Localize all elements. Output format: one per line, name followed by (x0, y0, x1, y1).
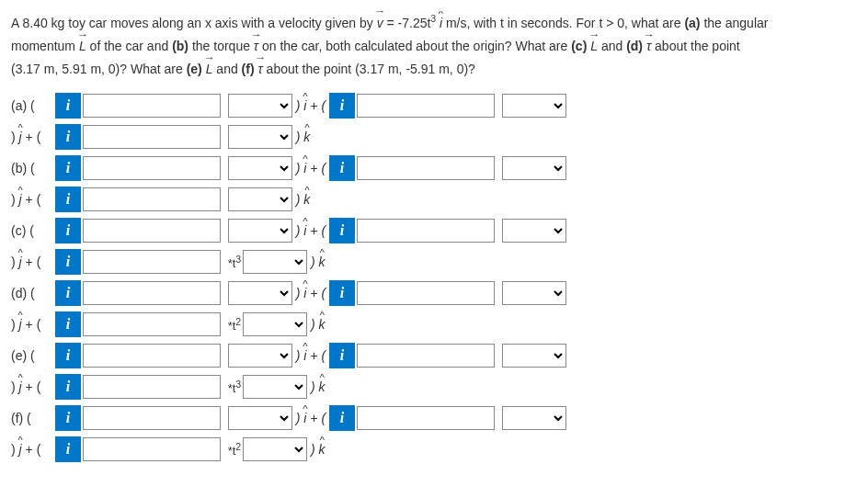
select-d-j-unit-2[interactable] (502, 281, 566, 305)
info-icon[interactable]: i (329, 405, 355, 431)
select-f-k-unit[interactable] (243, 437, 307, 461)
info-icon[interactable]: i (55, 155, 81, 181)
vector-tau3: τ (257, 58, 262, 81)
k-hat-label: ) k (311, 442, 326, 457)
t-power-prefix: *t3 (228, 379, 241, 395)
select-e-k-unit[interactable] (243, 375, 307, 399)
info-icon[interactable]: i (55, 343, 81, 368)
select-a-k-unit[interactable] (228, 125, 292, 149)
input-e-k-coef[interactable] (83, 375, 221, 399)
info-icon[interactable]: i (329, 93, 355, 119)
select-b-i-unit[interactable] (228, 156, 292, 180)
input-d-i-coef[interactable] (83, 281, 221, 305)
answer-row-b-2: ) j + (i ) k (11, 186, 857, 213)
answer-row-c-2: ) j + (i *t3 ) k (11, 248, 857, 276)
info-icon[interactable]: i (329, 343, 355, 368)
vector-v: v (377, 12, 383, 35)
i-hat-label: ) i + ( (296, 411, 326, 425)
info-icon[interactable]: i (55, 249, 81, 275)
input-b-i-coef[interactable] (83, 156, 221, 180)
input-f-j-coef-2[interactable] (357, 406, 495, 430)
answer-row-a-2: ) j + (i ) k (11, 123, 857, 151)
select-b-j-unit-2[interactable] (502, 156, 566, 180)
info-icon[interactable]: i (329, 155, 355, 181)
answer-row-a-1: (a) (i ) i + ( i (11, 92, 857, 119)
input-c-k-coef[interactable] (83, 250, 221, 274)
info-icon[interactable]: i (55, 280, 81, 306)
select-a-j-unit-2[interactable] (502, 94, 566, 118)
select-d-k-unit[interactable] (243, 312, 307, 336)
input-e-i-coef[interactable] (83, 344, 221, 368)
i-hat-label: ) i + ( (296, 348, 326, 363)
select-f-i-unit[interactable] (228, 406, 292, 430)
answer-row-c-1: (c) (i ) i + ( i (11, 217, 857, 244)
answer-row-e-1: (e) (i ) i + ( i (11, 342, 857, 369)
t-power-prefix: *t3 (228, 255, 241, 270)
vector-L3: L (206, 58, 213, 81)
input-c-j-coef-2[interactable] (357, 219, 495, 243)
info-icon[interactable]: i (55, 405, 81, 431)
vector-L2: L (590, 35, 598, 58)
input-a-i-coef[interactable] (83, 94, 221, 118)
info-icon[interactable]: i (55, 124, 81, 150)
input-a-j-coef-2[interactable] (357, 94, 495, 118)
j-hat-label: ) j + ( (11, 192, 55, 207)
t-power-prefix: *t2 (228, 317, 241, 333)
part-label: (e) ( (11, 348, 55, 363)
info-icon[interactable]: i (329, 280, 355, 306)
select-b-k-unit[interactable] (228, 187, 292, 211)
part-label: (c) ( (11, 223, 55, 238)
input-e-j-coef-2[interactable] (357, 344, 495, 368)
select-c-j-unit-2[interactable] (502, 219, 566, 243)
k-hat-label: ) k (311, 255, 326, 269)
info-icon[interactable]: i (55, 374, 81, 400)
answer-row-f-2: ) j + (i *t2 ) k (11, 436, 857, 463)
info-icon[interactable]: i (55, 93, 81, 119)
answer-row-f-1: (f) (i ) i + ( i (11, 404, 857, 432)
info-icon[interactable]: i (55, 187, 81, 212)
j-hat-label: ) j + ( (11, 379, 55, 394)
i-hat: i (440, 12, 442, 35)
i-hat-label: ) i + ( (296, 161, 326, 175)
k-hat-label: ) k (296, 192, 311, 207)
j-hat-label: ) j + ( (11, 255, 55, 269)
input-b-k-coef[interactable] (83, 187, 221, 211)
j-hat-label: ) j + ( (11, 442, 55, 457)
input-d-k-coef[interactable] (83, 312, 221, 336)
input-b-j-coef-2[interactable] (357, 156, 495, 180)
input-f-k-coef[interactable] (83, 437, 221, 461)
answer-row-e-2: ) j + (i *t3 ) k (11, 373, 857, 401)
input-f-i-coef[interactable] (83, 406, 221, 430)
i-hat-label: ) i + ( (296, 98, 326, 113)
k-hat-label: ) k (311, 317, 326, 332)
j-hat-label: ) j + ( (11, 130, 55, 144)
select-e-j-unit-2[interactable] (502, 344, 566, 368)
answer-row-d-2: ) j + (i *t2 ) k (11, 311, 857, 338)
info-icon[interactable]: i (329, 218, 355, 243)
select-e-i-unit[interactable] (228, 344, 292, 368)
info-icon[interactable]: i (55, 311, 81, 337)
input-d-j-coef-2[interactable] (357, 281, 495, 305)
answer-row-b-1: (b) (i ) i + ( i (11, 154, 857, 182)
select-f-j-unit-2[interactable] (502, 406, 566, 430)
input-c-i-coef[interactable] (83, 219, 221, 243)
question-text: A 8.40 kg toy car moves along an x axis … (11, 11, 857, 81)
i-hat-label: ) i + ( (296, 286, 326, 300)
vector-tau2: τ (646, 35, 651, 58)
i-hat-label: ) i + ( (296, 223, 326, 238)
j-hat-label: ) j + ( (11, 317, 55, 332)
select-c-k-unit[interactable] (243, 250, 307, 274)
k-hat-label: ) k (296, 130, 311, 144)
select-d-i-unit[interactable] (228, 281, 292, 305)
k-hat-label: ) k (311, 379, 326, 394)
part-label: (b) ( (11, 161, 55, 175)
answer-row-d-1: (d) (i ) i + ( i (11, 279, 857, 307)
select-a-i-unit[interactable] (228, 94, 292, 118)
info-icon[interactable]: i (55, 436, 81, 462)
input-a-k-coef[interactable] (83, 125, 221, 149)
info-icon[interactable]: i (55, 218, 81, 243)
part-label: (a) ( (11, 98, 55, 113)
t-power-prefix: *t2 (228, 442, 241, 458)
select-c-i-unit[interactable] (228, 219, 292, 243)
vector-L: L (79, 35, 86, 58)
